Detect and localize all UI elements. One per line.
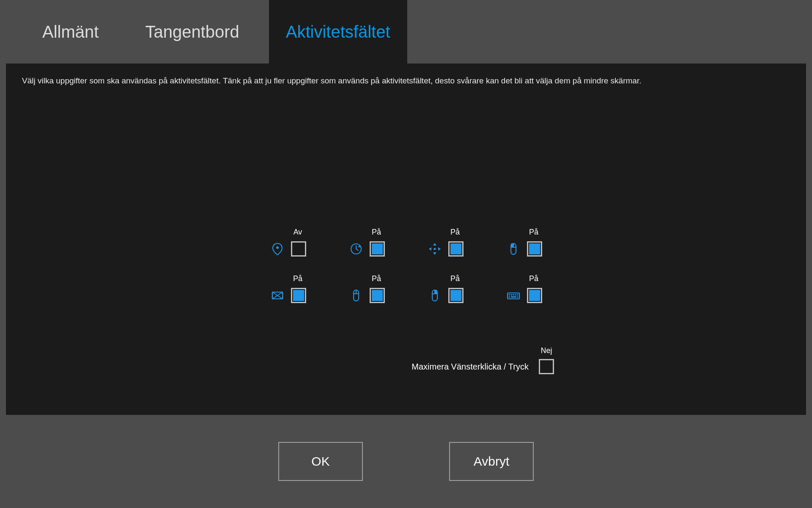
toggle-grid: Av På: [270, 241, 542, 303]
toggle-mouse-left: På: [506, 241, 542, 257]
svg-point-6: [434, 248, 436, 250]
toggle-checkbox[interactable]: [448, 288, 464, 303]
toggle-refresh: På: [348, 241, 385, 257]
svg-rect-20: [513, 294, 514, 295]
svg-marker-4: [429, 247, 431, 251]
toggle-state-label: På: [368, 228, 385, 237]
move-icon: [427, 241, 442, 257]
svg-rect-24: [511, 296, 516, 298]
toggle-calibrate: På: [270, 288, 306, 303]
toggle-checkbox[interactable]: [370, 241, 385, 257]
tab-taskbar[interactable]: Aktivitetsfältet: [269, 0, 407, 64]
maximize-label: Maximera Vänsterklicka / Tryck: [411, 362, 529, 372]
toggle-checkbox[interactable]: [370, 288, 385, 303]
tab-keyboard[interactable]: Tangentbord: [128, 0, 256, 64]
keyboard-icon: [506, 288, 521, 303]
cancel-button[interactable]: Avbryt: [449, 442, 534, 481]
toggle-keyboard: På: [506, 288, 542, 303]
location-icon: [270, 241, 285, 257]
calibrate-icon: [270, 288, 285, 303]
svg-rect-19: [511, 294, 512, 295]
svg-rect-25: [517, 296, 518, 298]
ok-button[interactable]: OK: [278, 442, 363, 481]
svg-marker-2: [433, 243, 436, 246]
mouse-icon: [348, 288, 364, 303]
toggle-row-1: Av På: [270, 241, 542, 257]
tab-bar: Allmänt Tangentbord Aktivitetsfältet: [0, 0, 812, 64]
svg-rect-18: [509, 294, 510, 295]
toggle-checkbox[interactable]: [527, 288, 542, 303]
toggle-mouse: På: [348, 288, 385, 303]
svg-rect-23: [509, 296, 510, 298]
toggle-checkbox[interactable]: [448, 241, 464, 257]
mouse-right-icon: [427, 288, 442, 303]
toggle-checkbox[interactable]: [527, 241, 542, 257]
maximize-row: Maximera Vänsterklicka / Tryck Nej: [258, 359, 554, 374]
toggle-row-2: På På: [270, 288, 542, 303]
svg-marker-5: [438, 247, 441, 251]
svg-rect-21: [515, 294, 516, 295]
toggle-checkbox[interactable]: [291, 288, 306, 303]
refresh-icon: [348, 241, 364, 257]
toggle-state-label: På: [368, 274, 385, 283]
toggle-state-label: Av: [289, 228, 306, 237]
dialog-buttons: OK Avbryt: [0, 415, 812, 508]
toggle-checkbox[interactable]: [291, 241, 306, 257]
toggle-mouse-right: På: [427, 288, 464, 303]
toggle-state-label: På: [525, 228, 542, 237]
maximize-state-label: Nej: [540, 346, 552, 355]
maximize-checkbox[interactable]: [539, 359, 554, 374]
toggle-state-label: På: [289, 274, 306, 283]
tab-general[interactable]: Allmänt: [25, 0, 115, 64]
svg-marker-3: [433, 252, 436, 255]
svg-rect-22: [517, 294, 518, 295]
taskbar-panel: Välj vilka uppgifter som ska användas på…: [6, 64, 806, 415]
toggle-state-label: På: [447, 274, 464, 283]
toggle-move: På: [427, 241, 464, 257]
toggle-state-label: På: [447, 228, 464, 237]
svg-point-0: [277, 247, 278, 248]
toggle-location: Av: [270, 241, 306, 257]
mouse-left-icon: [506, 241, 521, 257]
panel-description: Välj vilka uppgifter som ska användas på…: [22, 76, 790, 86]
svg-rect-17: [508, 293, 519, 299]
toggle-state-label: På: [525, 274, 542, 283]
